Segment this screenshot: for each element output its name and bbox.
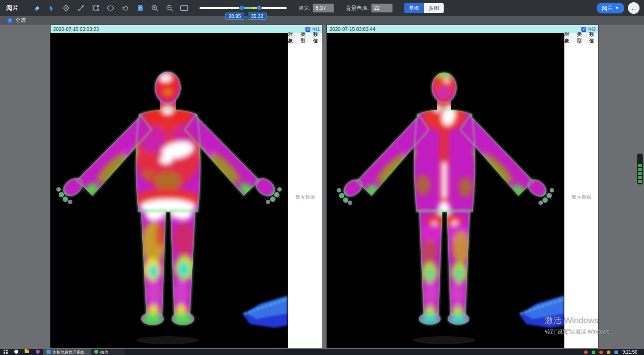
- col-object: 对象: [288, 31, 297, 44]
- back-button[interactable]: ←: [628, 2, 640, 14]
- panel-1-timestamp: 2020-07-15 03:03:23: [53, 26, 99, 32]
- view-mode-switch: 单图 多图: [404, 3, 444, 13]
- bg-temp-label: 背景色温:: [346, 4, 369, 12]
- multi-view-button[interactable]: 多图: [424, 3, 444, 13]
- tray-icon-blue[interactable]: [614, 351, 618, 354]
- line-tool-icon[interactable]: [76, 3, 86, 13]
- col-value: 数值: [589, 31, 598, 44]
- thermal-image-back[interactable]: [327, 33, 564, 348]
- main-area: 2020-07-15 03:03:23 图1: [0, 25, 644, 349]
- panel-2-header: 2020-07-15 03:03:44 图2: [327, 25, 598, 33]
- rect-tool-icon[interactable]: [90, 3, 101, 13]
- zoom-in-icon[interactable]: [149, 3, 160, 13]
- fit-screen-icon[interactable]: [179, 3, 190, 13]
- ellipse-tool-icon[interactable]: [105, 3, 116, 13]
- single-view-button[interactable]: 单图: [404, 3, 424, 13]
- active-app-task-button[interactable]: 体检信息管理系统: [43, 349, 91, 355]
- browser-icon: [14, 350, 18, 354]
- zoom-out-icon[interactable]: [164, 3, 175, 13]
- slider-low-value: 28.95: [225, 13, 244, 20]
- top-toolbar: 阅片: [0, 0, 644, 16]
- temp-width-label: 温宽:: [298, 4, 310, 12]
- tool-group: [31, 3, 190, 13]
- chevron-down-icon: ▼: [615, 6, 619, 10]
- panel-2-timestamp: 2020-07-15 03:03:44: [330, 26, 375, 32]
- app-icon: [36, 350, 40, 354]
- tray-icon-red-2[interactable]: [599, 351, 603, 354]
- folder-icon: [25, 350, 29, 353]
- view-menu-label: 阅片: [602, 4, 613, 12]
- empty-data-text-2: 暂无数据: [564, 194, 598, 201]
- taskbar-app-icon-2[interactable]: [32, 349, 43, 355]
- image-panel-1: 2020-07-15 03:03:23 图1: [50, 25, 323, 348]
- thermal-image-front[interactable]: [51, 33, 288, 348]
- col-value: 数值: [313, 31, 322, 44]
- file-explorer-button[interactable]: [21, 349, 32, 355]
- windows-taskbar: 体检信息管理系统 微信 9:21:50: [0, 349, 644, 355]
- temp-width-field: 温宽:: [298, 4, 334, 13]
- empty-data-text-1: 暂无数据: [288, 194, 322, 201]
- eraser-icon[interactable]: [31, 3, 42, 13]
- select-all-label: 全选: [15, 17, 26, 24]
- system-tray: [584, 350, 618, 354]
- temperature-range-slider[interactable]: 28.95 35.32: [199, 3, 287, 13]
- tray-icon-orange[interactable]: [607, 351, 610, 354]
- windows-logo-icon: [4, 350, 8, 354]
- slider-high-value: 35.32: [248, 13, 267, 20]
- app-title: 阅片: [0, 4, 25, 12]
- select-all-checkbox[interactable]: [7, 18, 13, 23]
- back-arrow-icon: ←: [631, 4, 637, 12]
- active-app-icon: [47, 350, 51, 354]
- tray-icon-red[interactable]: [584, 351, 588, 354]
- panel-1-header: 2020-07-15 03:03:23 图1: [51, 25, 322, 33]
- start-button[interactable]: [0, 349, 11, 355]
- col-type: 类型: [577, 31, 586, 44]
- temp-width-input[interactable]: [313, 4, 334, 13]
- clock[interactable]: 9:21:50: [618, 349, 642, 355]
- sub-toolbar: 全选: [0, 16, 644, 25]
- wechat-icon: [94, 350, 98, 354]
- point-tool-icon[interactable]: [61, 3, 72, 13]
- measurement-panel-1: 对象 类型 数值 暂无数据: [288, 33, 322, 348]
- cold-object-shape: [243, 295, 288, 328]
- col-object: 对象: [564, 31, 574, 44]
- tray-icon-green[interactable]: [592, 351, 595, 354]
- image-panel-2: 2020-07-15 03:03:44 图2: [326, 25, 599, 348]
- bg-temp-input[interactable]: [371, 4, 393, 13]
- view-menu-button[interactable]: 阅片 ▼: [597, 3, 624, 13]
- battery-indicator: [637, 154, 643, 184]
- slider-handle-low[interactable]: [239, 5, 244, 10]
- taskbar-app-icon-1[interactable]: [11, 349, 21, 355]
- wechat-task-button[interactable]: 微信: [91, 349, 125, 355]
- slider-handle-high[interactable]: [257, 5, 262, 10]
- measurement-columns-2: 对象 类型 数值: [564, 33, 598, 42]
- report-icon[interactable]: [135, 3, 145, 13]
- measurement-columns-1: 对象 类型 数值: [288, 33, 322, 42]
- cold-object-shape: [519, 295, 564, 328]
- wechat-label: 微信: [100, 350, 108, 355]
- active-app-label: 体检信息管理系统: [52, 350, 85, 355]
- bg-temp-field: 背景色温:: [346, 4, 392, 13]
- select-cursor-icon[interactable]: [46, 3, 57, 13]
- show-desktop-button[interactable]: [642, 349, 644, 355]
- measurement-panel-2: 对象 类型 数值 暂无数据: [564, 33, 598, 348]
- col-type: 类型: [301, 31, 310, 44]
- polygon-tool-icon[interactable]: [120, 3, 131, 13]
